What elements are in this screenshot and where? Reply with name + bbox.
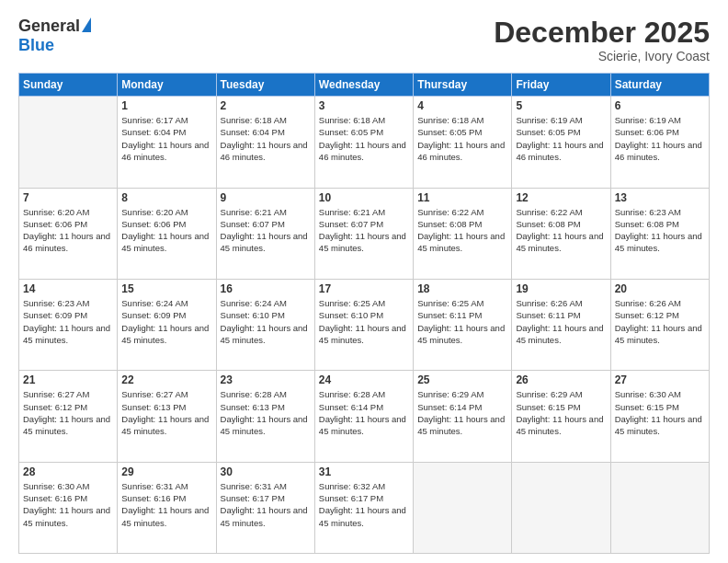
col-friday: Friday [512, 74, 610, 97]
day-number: 22 [121, 373, 211, 386]
cell-info: Sunrise: 6:28 AMSunset: 6:14 PMDaylight:… [319, 388, 409, 437]
cell-info: Sunrise: 6:28 AMSunset: 6:13 PMDaylight:… [221, 388, 311, 437]
calendar-table: Sunday Monday Tuesday Wednesday Thursday… [18, 73, 710, 554]
calendar-week-row-3: 14Sunrise: 6:23 AMSunset: 6:09 PMDayligh… [19, 279, 710, 370]
calendar-week-row-4: 21Sunrise: 6:27 AMSunset: 6:12 PMDayligh… [19, 371, 710, 462]
calendar-header-row: Sunday Monday Tuesday Wednesday Thursday… [19, 74, 710, 97]
day-number: 30 [221, 465, 311, 478]
calendar-cell: 8Sunrise: 6:20 AMSunset: 6:06 PMDaylight… [118, 188, 216, 279]
cell-info: Sunrise: 6:22 AMSunset: 6:08 PMDaylight:… [516, 206, 606, 255]
cell-info: Sunrise: 6:20 AMSunset: 6:06 PMDaylight:… [23, 206, 113, 255]
cell-info: Sunrise: 6:27 AMSunset: 6:12 PMDaylight:… [23, 388, 113, 437]
calendar-cell: 25Sunrise: 6:29 AMSunset: 6:14 PMDayligh… [414, 371, 512, 462]
cell-info: Sunrise: 6:20 AMSunset: 6:06 PMDaylight:… [121, 206, 211, 255]
header: General Blue December 2025 Scierie, Ivor… [18, 17, 710, 63]
calendar-cell: 16Sunrise: 6:24 AMSunset: 6:10 PMDayligh… [216, 279, 314, 370]
day-number: 1 [121, 99, 211, 112]
day-number: 23 [221, 373, 311, 386]
cell-info: Sunrise: 6:29 AMSunset: 6:14 PMDaylight:… [417, 388, 507, 437]
calendar-cell: 6Sunrise: 6:19 AMSunset: 6:06 PMDaylight… [610, 97, 709, 188]
day-number: 7 [23, 191, 113, 204]
location: Scierie, Ivory Coast [494, 49, 710, 63]
day-number: 19 [516, 282, 606, 295]
day-number: 25 [417, 373, 507, 386]
calendar-cell: 3Sunrise: 6:18 AMSunset: 6:05 PMDaylight… [314, 97, 413, 188]
calendar-cell: 5Sunrise: 6:19 AMSunset: 6:05 PMDaylight… [512, 97, 610, 188]
cell-info: Sunrise: 6:26 AMSunset: 6:12 PMDaylight:… [615, 297, 705, 346]
cell-info: Sunrise: 6:23 AMSunset: 6:09 PMDaylight:… [23, 297, 113, 346]
col-saturday: Saturday [610, 74, 709, 97]
day-number: 29 [121, 465, 211, 478]
calendar-cell: 29Sunrise: 6:31 AMSunset: 6:16 PMDayligh… [118, 462, 216, 553]
logo-text-general: General [18, 17, 80, 36]
day-number: 18 [417, 282, 507, 295]
day-number: 5 [516, 99, 606, 112]
col-tuesday: Tuesday [216, 74, 314, 97]
calendar-cell: 24Sunrise: 6:28 AMSunset: 6:14 PMDayligh… [314, 371, 413, 462]
day-number: 2 [221, 99, 311, 112]
calendar-cell: 18Sunrise: 6:25 AMSunset: 6:11 PMDayligh… [414, 279, 512, 370]
col-thursday: Thursday [414, 74, 512, 97]
day-number: 17 [319, 282, 409, 295]
calendar-cell: 28Sunrise: 6:30 AMSunset: 6:16 PMDayligh… [19, 462, 118, 553]
calendar-cell: 22Sunrise: 6:27 AMSunset: 6:13 PMDayligh… [118, 371, 216, 462]
calendar-cell [19, 97, 118, 188]
cell-info: Sunrise: 6:27 AMSunset: 6:13 PMDaylight:… [121, 388, 211, 437]
calendar-cell: 26Sunrise: 6:29 AMSunset: 6:15 PMDayligh… [512, 371, 610, 462]
day-number: 24 [319, 373, 409, 386]
calendar-cell [414, 462, 512, 553]
calendar-cell: 21Sunrise: 6:27 AMSunset: 6:12 PMDayligh… [19, 371, 118, 462]
day-number: 20 [615, 282, 705, 295]
calendar-cell: 23Sunrise: 6:28 AMSunset: 6:13 PMDayligh… [216, 371, 314, 462]
cell-info: Sunrise: 6:25 AMSunset: 6:11 PMDaylight:… [417, 297, 507, 346]
logo: General Blue [18, 17, 91, 55]
calendar-cell: 2Sunrise: 6:18 AMSunset: 6:04 PMDaylight… [216, 97, 314, 188]
day-number: 26 [516, 373, 606, 386]
calendar-week-row-2: 7Sunrise: 6:20 AMSunset: 6:06 PMDaylight… [19, 188, 710, 279]
cell-info: Sunrise: 6:31 AMSunset: 6:17 PMDaylight:… [221, 480, 311, 529]
day-number: 3 [319, 99, 409, 112]
col-wednesday: Wednesday [314, 74, 413, 97]
calendar-cell [512, 462, 610, 553]
calendar-cell: 15Sunrise: 6:24 AMSunset: 6:09 PMDayligh… [118, 279, 216, 370]
cell-info: Sunrise: 6:30 AMSunset: 6:16 PMDaylight:… [23, 480, 113, 529]
day-number: 15 [121, 282, 211, 295]
cell-info: Sunrise: 6:21 AMSunset: 6:07 PMDaylight:… [319, 206, 409, 255]
cell-info: Sunrise: 6:25 AMSunset: 6:10 PMDaylight:… [319, 297, 409, 346]
cell-info: Sunrise: 6:18 AMSunset: 6:04 PMDaylight:… [221, 114, 311, 163]
calendar-cell: 11Sunrise: 6:22 AMSunset: 6:08 PMDayligh… [414, 188, 512, 279]
day-number: 11 [417, 191, 507, 204]
logo-text-blue: Blue [18, 36, 54, 54]
day-number: 31 [319, 465, 409, 478]
day-number: 21 [23, 373, 113, 386]
calendar-cell: 13Sunrise: 6:23 AMSunset: 6:08 PMDayligh… [610, 188, 709, 279]
calendar-cell: 14Sunrise: 6:23 AMSunset: 6:09 PMDayligh… [19, 279, 118, 370]
calendar-cell: 10Sunrise: 6:21 AMSunset: 6:07 PMDayligh… [314, 188, 413, 279]
page: General Blue December 2025 Scierie, Ivor… [0, 0, 728, 563]
day-number: 8 [121, 191, 211, 204]
col-monday: Monday [118, 74, 216, 97]
cell-info: Sunrise: 6:21 AMSunset: 6:07 PMDaylight:… [221, 206, 311, 255]
day-number: 12 [516, 191, 606, 204]
calendar-cell [610, 462, 709, 553]
cell-info: Sunrise: 6:19 AMSunset: 6:06 PMDaylight:… [615, 114, 705, 163]
day-number: 10 [319, 191, 409, 204]
calendar-cell: 12Sunrise: 6:22 AMSunset: 6:08 PMDayligh… [512, 188, 610, 279]
day-number: 13 [615, 191, 705, 204]
calendar-cell: 9Sunrise: 6:21 AMSunset: 6:07 PMDaylight… [216, 188, 314, 279]
cell-info: Sunrise: 6:23 AMSunset: 6:08 PMDaylight:… [615, 206, 705, 255]
calendar-week-row-1: 1Sunrise: 6:17 AMSunset: 6:04 PMDaylight… [19, 97, 710, 188]
calendar-cell: 1Sunrise: 6:17 AMSunset: 6:04 PMDaylight… [118, 97, 216, 188]
cell-info: Sunrise: 6:24 AMSunset: 6:10 PMDaylight:… [221, 297, 311, 346]
calendar-cell: 7Sunrise: 6:20 AMSunset: 6:06 PMDaylight… [19, 188, 118, 279]
cell-info: Sunrise: 6:29 AMSunset: 6:15 PMDaylight:… [516, 388, 606, 437]
day-number: 6 [615, 99, 705, 112]
month-title: December 2025 [494, 17, 710, 49]
calendar-cell: 20Sunrise: 6:26 AMSunset: 6:12 PMDayligh… [610, 279, 709, 370]
day-number: 27 [615, 373, 705, 386]
cell-info: Sunrise: 6:31 AMSunset: 6:16 PMDaylight:… [121, 480, 211, 529]
cell-info: Sunrise: 6:17 AMSunset: 6:04 PMDaylight:… [121, 114, 211, 163]
day-number: 4 [417, 99, 507, 112]
calendar-cell: 17Sunrise: 6:25 AMSunset: 6:10 PMDayligh… [314, 279, 413, 370]
cell-info: Sunrise: 6:24 AMSunset: 6:09 PMDaylight:… [121, 297, 211, 346]
